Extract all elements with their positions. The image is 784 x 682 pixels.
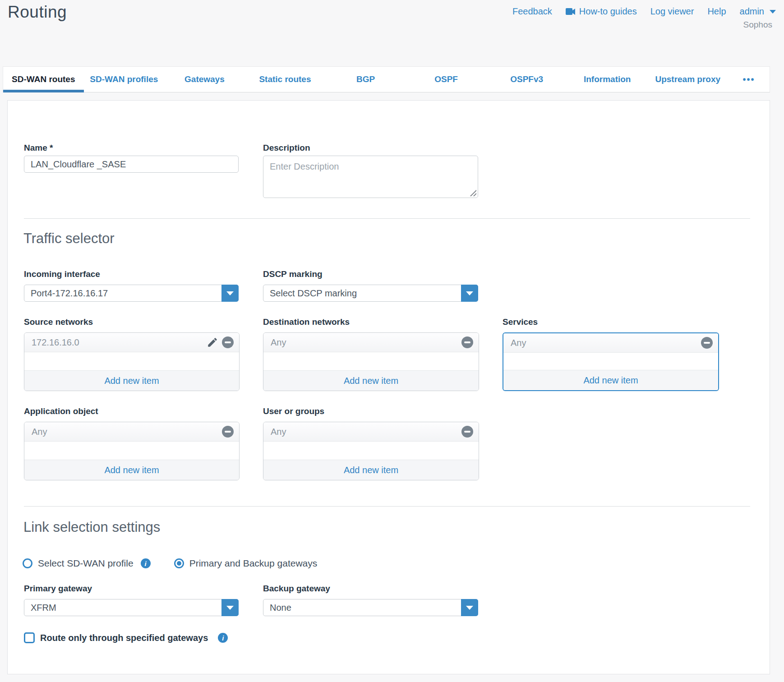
remove-icon[interactable] (461, 336, 473, 348)
row-icons (461, 336, 473, 348)
list-item: Any (263, 333, 479, 352)
radio-primary-backup-gateways[interactable] (174, 558, 184, 568)
howto-guides-link[interactable]: How-to guides (566, 6, 637, 17)
radio-label-sdwan-profile: Select SD-WAN profile (38, 558, 134, 569)
dropdown-button[interactable] (221, 285, 239, 302)
primary-gateway-value: XFRM (24, 603, 221, 613)
tab-sdwan-profiles[interactable]: SD-WAN profiles (84, 67, 165, 92)
section-divider (24, 506, 750, 507)
dscp-marking-label: DSCP marking (263, 269, 323, 279)
radio-label-primary-backup: Primary and Backup gateways (189, 558, 318, 569)
tab-ospf[interactable]: OSPF (406, 67, 487, 92)
feedback-label: Feedback (512, 6, 552, 17)
row-icons (701, 337, 713, 349)
chevron-down-icon (226, 606, 234, 610)
tab-information[interactable]: Information (567, 67, 648, 92)
add-new-item-button[interactable]: Add new item (503, 370, 718, 390)
feedback-link[interactable]: Feedback (512, 6, 552, 17)
chevron-down-icon (466, 291, 473, 295)
tab-sdwan-routes[interactable]: SD-WAN routes (3, 67, 84, 92)
item-label: Any (511, 338, 701, 348)
remove-icon[interactable] (461, 426, 473, 438)
tab-static-routes[interactable]: Static routes (245, 67, 326, 92)
backup-gateway-value: None (263, 603, 461, 613)
primary-gateway-dropdown[interactable]: XFRM (24, 599, 239, 616)
application-object-label: Application object (24, 406, 98, 416)
content-card: Name * Description Traffic selector Inco… (7, 100, 770, 674)
chevron-down-icon (226, 291, 234, 295)
add-new-item-button[interactable]: Add new item (263, 370, 479, 391)
primary-gateway-label: Primary gateway (24, 584, 92, 594)
traffic-selector-heading: Traffic selector (23, 230, 115, 247)
row-icons (207, 336, 234, 348)
top-nav: Feedback How-to guides Log viewer Help a… (512, 6, 776, 17)
tab-gateways[interactable]: Gateways (164, 67, 245, 92)
name-label: Name * (24, 143, 53, 153)
incoming-interface-dropdown[interactable]: Port4-172.16.16.17 (24, 285, 239, 302)
add-new-item-button[interactable]: Add new item (263, 460, 479, 480)
remove-icon[interactable] (222, 336, 234, 348)
caret-down-icon (770, 10, 776, 14)
dscp-marking-value: Select DSCP marking (263, 288, 461, 299)
add-new-item-button[interactable]: Add new item (24, 460, 239, 480)
list-item: 172.16.16.0 (24, 333, 239, 352)
log-viewer-link[interactable]: Log viewer (650, 6, 694, 17)
services-box: Any Add new item (503, 332, 719, 391)
help-link[interactable]: Help (707, 6, 726, 17)
item-label: Any (271, 337, 461, 348)
ellipsis-icon: ••• (743, 74, 755, 85)
dropdown-button[interactable] (461, 285, 478, 302)
howto-guides-label: How-to guides (579, 6, 637, 17)
source-networks-label: Source networks (24, 317, 93, 327)
dropdown-button[interactable] (461, 599, 478, 616)
description-field-wrap (263, 156, 478, 198)
destination-networks-box: Any Add new item (263, 332, 479, 391)
row-icons (222, 426, 234, 438)
remove-icon[interactable] (701, 337, 713, 349)
remove-icon[interactable] (222, 426, 234, 438)
destination-networks-label: Destination networks (263, 317, 350, 327)
listbox-spacer (503, 353, 718, 370)
backup-gateway-dropdown[interactable]: None (263, 599, 478, 616)
tab-upstream-proxy[interactable]: Upstream proxy (648, 67, 729, 92)
tab-bgp[interactable]: BGP (325, 67, 406, 92)
log-viewer-label: Log viewer (650, 6, 694, 17)
add-new-item-button[interactable]: Add new item (24, 370, 239, 391)
admin-menu-button[interactable]: admin (740, 6, 776, 17)
user-or-groups-box: Any Add new item (263, 422, 479, 480)
incoming-interface-label: Incoming interface (24, 269, 100, 279)
chevron-down-icon (466, 606, 473, 610)
edit-icon[interactable] (207, 336, 218, 348)
name-input[interactable] (24, 156, 239, 173)
help-label: Help (707, 6, 726, 17)
route-only-checkbox[interactable] (24, 632, 35, 643)
link-selection-heading: Link selection settings (23, 519, 160, 535)
description-textarea[interactable] (263, 156, 478, 198)
user-or-groups-label: User or groups (263, 406, 324, 416)
page-title: Routing (8, 3, 67, 22)
info-icon[interactable]: i (218, 633, 228, 643)
admin-label: admin (740, 6, 764, 17)
info-icon[interactable]: i (141, 558, 151, 568)
listbox-spacer (24, 442, 239, 460)
link-selection-radio-group: Select SD-WAN profile i Primary and Back… (23, 558, 317, 569)
tab-ospfv3[interactable]: OSPFv3 (486, 67, 567, 92)
listbox-spacer (263, 442, 479, 460)
video-camera-icon (566, 8, 576, 15)
item-label: Any (32, 427, 222, 437)
section-divider (24, 218, 750, 219)
description-label: Description (263, 143, 310, 153)
application-object-box: Any Add new item (24, 422, 240, 480)
dropdown-button[interactable] (221, 599, 239, 616)
more-tabs-button[interactable]: ••• (728, 67, 770, 92)
app-header: Routing Feedback How-to guides Log viewe… (0, 0, 784, 66)
route-only-row: Route only through specified gateways i (24, 632, 228, 643)
radio-select-sdwan-profile[interactable] (23, 558, 32, 568)
dscp-marking-dropdown[interactable]: Select DSCP marking (263, 285, 478, 302)
listbox-spacer (24, 352, 239, 370)
incoming-interface-value: Port4-172.16.16.17 (24, 288, 221, 299)
backup-gateway-label: Backup gateway (263, 584, 330, 594)
listbox-spacer (263, 352, 479, 370)
route-only-label: Route only through specified gateways (40, 633, 208, 643)
list-item: Any (24, 422, 239, 442)
